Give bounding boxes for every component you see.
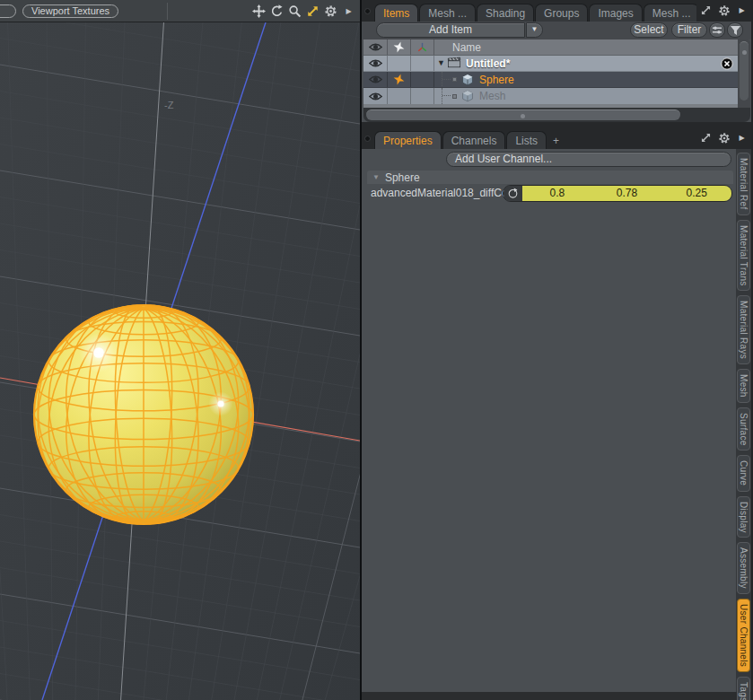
side-tab-tags[interactable]: Tags bbox=[737, 677, 750, 700]
properties-tab-bar: PropertiesChannelsLists+ bbox=[362, 129, 751, 149]
properties-toolbar: Add User Channel... bbox=[362, 149, 736, 171]
item-label: Mesh bbox=[479, 90, 505, 102]
viewport-header-bar: Viewport Textures bbox=[0, 0, 360, 22]
item-name-cell[interactable]: Sphere bbox=[434, 72, 738, 87]
item-name-cell[interactable]: Mesh bbox=[434, 88, 738, 104]
section-collapse-icon[interactable] bbox=[372, 174, 380, 181]
viewport-textures-label: Viewport Textures bbox=[31, 5, 109, 16]
render-toggle[interactable] bbox=[388, 56, 411, 71]
render-column-header[interactable] bbox=[388, 39, 411, 55]
mesh-cube-icon bbox=[461, 74, 474, 86]
axis-label: -Z bbox=[164, 100, 174, 110]
side-tab-material-rays[interactable]: Material Rays bbox=[737, 295, 750, 364]
side-tab-strip: Material RefMaterial TransMaterial RaysM… bbox=[736, 149, 751, 692]
visibility-toggle[interactable] bbox=[363, 56, 388, 71]
expand-icon[interactable] bbox=[341, 4, 356, 19]
add-user-channel-button[interactable]: Add User Channel... bbox=[446, 152, 731, 167]
item-row-untitled[interactable]: Untitled* bbox=[363, 56, 738, 72]
add-item-button[interactable]: Add Item bbox=[376, 22, 525, 38]
channel-values[interactable]: 0.80.780.25 bbox=[522, 186, 731, 201]
add-item-dropdown[interactable] bbox=[526, 22, 543, 38]
side-tab-surface[interactable]: Surface bbox=[737, 407, 750, 451]
viewport-textures-pill[interactable]: Viewport Textures bbox=[22, 4, 118, 18]
gear-icon[interactable] bbox=[716, 130, 731, 145]
side-tab-assembly[interactable]: Assembly bbox=[737, 542, 750, 594]
channel-value-2[interactable]: 0.25 bbox=[661, 186, 731, 201]
overflow-arrow-icon[interactable] bbox=[734, 130, 749, 145]
mesh-icon-wrap bbox=[461, 74, 474, 86]
gear-icon[interactable] bbox=[716, 3, 731, 18]
side-tab-display[interactable]: Display bbox=[737, 496, 750, 538]
visibility-column-header[interactable] bbox=[363, 39, 388, 55]
eye-icon bbox=[369, 42, 382, 52]
channel-value-1[interactable]: 0.78 bbox=[592, 186, 662, 201]
visibility-toggle[interactable] bbox=[363, 72, 388, 87]
item-list-horizontal-scrollbar[interactable] bbox=[363, 108, 750, 122]
side-tab-material-ref[interactable]: Material Ref bbox=[737, 153, 750, 215]
pan-icon[interactable] bbox=[251, 4, 267, 19]
horizontal-scroll-thumb[interactable] bbox=[366, 109, 680, 120]
zoom-icon[interactable] bbox=[287, 4, 302, 19]
axis-cell[interactable] bbox=[411, 88, 434, 104]
axis-column-header[interactable] bbox=[411, 39, 434, 55]
rotate-icon[interactable] bbox=[269, 4, 285, 19]
close-scene-icon[interactable] bbox=[721, 57, 733, 71]
overflow-arrow-icon[interactable] bbox=[734, 3, 749, 18]
side-tab-curve[interactable]: Curve bbox=[737, 455, 750, 491]
settings-icon[interactable] bbox=[323, 4, 338, 19]
panel-knob[interactable] bbox=[364, 8, 371, 14]
maximize-icon[interactable] bbox=[305, 4, 320, 19]
filter-funnel-icon[interactable] bbox=[727, 22, 743, 38]
select-button[interactable]: Select bbox=[630, 22, 668, 38]
tab-plus[interactable]: + bbox=[547, 133, 565, 149]
item-name-cell[interactable]: Untitled* bbox=[434, 56, 738, 71]
render-star-icon bbox=[393, 41, 405, 53]
items-toolbar: Add Item Select Filter bbox=[362, 22, 751, 39]
axis-cell[interactable] bbox=[411, 72, 434, 87]
panel-knob[interactable] bbox=[364, 136, 371, 142]
channel-value-field[interactable]: 0.80.780.25 bbox=[503, 185, 732, 202]
tab-properties[interactable]: Properties bbox=[374, 131, 442, 149]
item-row-sphere[interactable]: Sphere bbox=[363, 72, 738, 88]
detach-icon[interactable] bbox=[698, 130, 714, 145]
name-column-header[interactable]: Name bbox=[434, 39, 738, 55]
channel-mode-icon[interactable] bbox=[503, 186, 522, 201]
sphere-section-header[interactable]: Sphere bbox=[367, 171, 733, 184]
tab-channels[interactable]: Channels bbox=[442, 131, 506, 149]
tab-shading[interactable]: Shading bbox=[477, 4, 534, 22]
detach-icon[interactable] bbox=[698, 3, 714, 18]
visibility-toggle[interactable] bbox=[363, 88, 388, 104]
viewport-3d[interactable]: Viewport Textures bbox=[0, 0, 360, 700]
side-tab-material-trans[interactable]: Material Trans bbox=[737, 220, 750, 292]
viewport-bar-separator bbox=[167, 3, 168, 20]
right-panel: ItemsMesh ...ShadingGroupsImagesMesh ...… bbox=[362, 0, 753, 700]
axis-tripod-icon bbox=[416, 41, 428, 53]
items-bar-icons bbox=[696, 3, 751, 22]
expander-icon[interactable] bbox=[437, 59, 447, 67]
side-tab-mesh[interactable]: Mesh bbox=[737, 369, 750, 403]
tab-items[interactable]: Items bbox=[374, 4, 418, 22]
viewport-mode-pill[interactable] bbox=[0, 4, 16, 18]
tab-images[interactable]: Images bbox=[589, 4, 642, 22]
filter-button[interactable]: Filter bbox=[671, 22, 707, 38]
render-toggle[interactable] bbox=[388, 88, 411, 104]
render-toggle[interactable] bbox=[388, 72, 411, 87]
tree-line bbox=[442, 72, 454, 87]
modo-app-window: Viewport Textures bbox=[0, 0, 753, 700]
viewport-canvas[interactable]: -Z bbox=[0, 22, 360, 700]
tree-line bbox=[442, 88, 454, 104]
tab-mesh[interactable]: Mesh ... bbox=[644, 4, 696, 22]
tab-mesh[interactable]: Mesh ... bbox=[419, 4, 476, 22]
item-row-mesh[interactable]: Mesh bbox=[363, 88, 738, 104]
mesh-cube-icon bbox=[461, 90, 474, 102]
tab-groups[interactable]: Groups bbox=[535, 4, 588, 22]
side-tab-user-channels[interactable]: User Channels bbox=[737, 599, 750, 672]
channel-value-0[interactable]: 0.8 bbox=[522, 186, 592, 201]
list-options-icon[interactable] bbox=[709, 22, 725, 38]
vertical-scroll-thumb[interactable] bbox=[740, 41, 749, 101]
item-list-vertical-scrollbar[interactable] bbox=[738, 39, 750, 108]
axis-cell[interactable] bbox=[411, 56, 434, 71]
tab-lists[interactable]: Lists bbox=[506, 131, 547, 149]
item-label: Sphere bbox=[479, 74, 514, 86]
section-label: Sphere bbox=[385, 171, 420, 184]
